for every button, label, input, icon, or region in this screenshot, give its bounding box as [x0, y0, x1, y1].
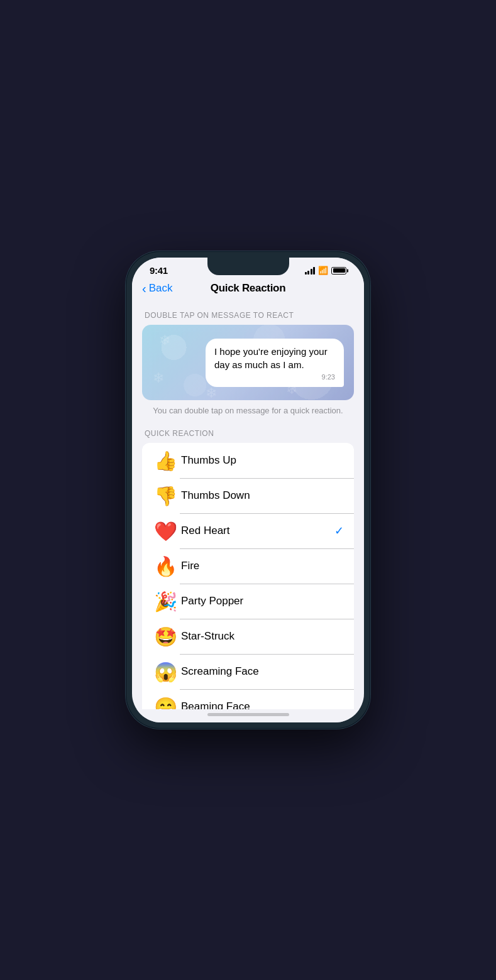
list-item-star-struck[interactable]: 🤩 Star-Struck: [142, 619, 354, 654]
wifi-icon: 📶: [318, 266, 328, 275]
nav-bar: ‹ Back Quick Reaction: [132, 280, 364, 301]
list-item-fire[interactable]: 🔥 Fire: [142, 548, 354, 584]
preview-caption: You can double tap on message for a quic…: [132, 400, 364, 419]
fire-emoji: 🔥: [152, 555, 179, 577]
status-bar: 9:41 📶: [132, 258, 364, 280]
message-text: I hope you're enjoying your day as much …: [214, 345, 335, 371]
star-struck-label: Star-Struck: [179, 630, 344, 643]
preview-section-header: DOUBLE TAP ON MESSAGE TO REACT: [132, 301, 364, 325]
beaming-face-emoji: 😁: [152, 696, 179, 709]
list-item-screaming-face[interactable]: 😱 Screaming Face: [142, 654, 354, 689]
beaming-face-label: Beaming Face: [179, 700, 344, 709]
list-item-thumbs-down[interactable]: 👎 Thumbs Down: [142, 478, 354, 513]
screaming-face-emoji: 😱: [152, 661, 179, 683]
message-bubble: I hope you're enjoying your day as much …: [206, 339, 344, 387]
chat-background: ❄ ❄ ❄ ❄ ✿ ❄ ❄ I hope you're enjoying you…: [142, 325, 354, 400]
list-item-party-popper[interactable]: 🎉 Party Popper: [142, 584, 354, 619]
party-popper-emoji: 🎉: [152, 591, 179, 612]
red-heart-emoji: ❤️: [152, 520, 179, 542]
battery-icon: [331, 267, 346, 275]
signal-icon: [305, 267, 316, 275]
scroll-area[interactable]: DOUBLE TAP ON MESSAGE TO REACT ❄ ❄ ❄ ❄ ✿…: [132, 301, 364, 709]
star-struck-emoji: 🤩: [152, 626, 179, 648]
list-item-thumbs-up[interactable]: 👍 Thumbs Up: [142, 443, 354, 478]
red-heart-label: Red Heart: [179, 525, 334, 537]
screaming-face-label: Screaming Face: [179, 665, 344, 678]
back-button[interactable]: ‹ Back: [142, 282, 172, 295]
thumbs-up-label: Thumbs Up: [179, 454, 344, 467]
home-indicator: [132, 709, 364, 722]
fire-label: Fire: [179, 560, 344, 572]
home-bar: [207, 713, 289, 716]
message-time: 9:23: [214, 373, 335, 381]
phone-frame: 9:41 📶 ‹ Back Quick Reaction DOUBLE T: [126, 251, 370, 729]
back-label: Back: [149, 282, 173, 295]
back-chevron-icon: ‹: [142, 282, 146, 295]
list-item-beaming-face[interactable]: 😁 Beaming Face: [142, 689, 354, 709]
party-popper-label: Party Popper: [179, 595, 344, 607]
status-time: 9:41: [150, 265, 168, 276]
nav-title: Quick Reaction: [211, 282, 286, 295]
status-icons: 📶: [305, 266, 347, 275]
reaction-list: 👍 Thumbs Up 👎 Thumbs Down ❤️ Red Heart ✓…: [142, 443, 354, 709]
reaction-section-header: QUICK REACTION: [132, 419, 364, 443]
phone-screen: 9:41 📶 ‹ Back Quick Reaction DOUBLE T: [132, 258, 364, 722]
notch: [207, 258, 289, 275]
thumbs-up-emoji: 👍: [152, 450, 179, 472]
list-item-red-heart[interactable]: ❤️ Red Heart ✓: [142, 513, 354, 548]
thumbs-down-label: Thumbs Down: [179, 489, 344, 502]
preview-area: ❄ ❄ ❄ ❄ ✿ ❄ ❄ I hope you're enjoying you…: [142, 325, 354, 400]
selected-checkmark: ✓: [334, 524, 344, 538]
thumbs-down-emoji: 👎: [152, 485, 179, 507]
